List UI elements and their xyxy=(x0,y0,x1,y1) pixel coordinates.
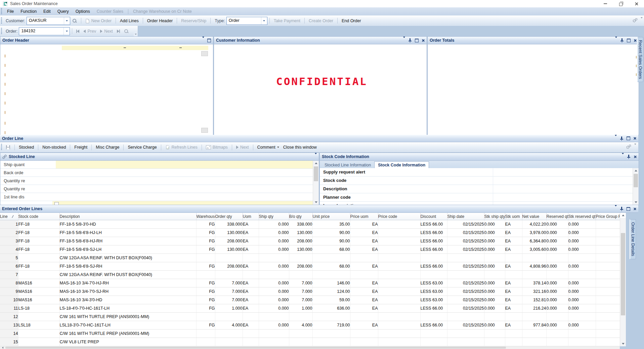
scroll-up-icon[interactable] xyxy=(635,170,637,171)
column-header-order-qty[interactable]: Order qty xyxy=(215,213,243,220)
scroll-left-icon[interactable] xyxy=(2,347,3,349)
chevron-down-icon[interactable] xyxy=(622,154,624,159)
menu-item[interactable]: Function xyxy=(17,9,40,14)
column-header-ship-qty[interactable]: Ship qty xyxy=(259,213,289,220)
column-header-uom[interactable]: Uom xyxy=(243,213,259,220)
customize-gears-icon[interactable] xyxy=(632,18,638,24)
non-stocked-button[interactable]: Non-stocked xyxy=(40,145,68,150)
grid-horizontal-scrollbar[interactable] xyxy=(0,346,620,349)
comment-button[interactable]: Comment xyxy=(255,145,281,150)
chevron-down-icon[interactable] xyxy=(261,17,267,25)
scroll-down-icon[interactable] xyxy=(622,343,625,345)
new-order-button[interactable]: New Order xyxy=(83,18,114,23)
chevron-down-icon[interactable] xyxy=(63,28,70,35)
customize-gears-icon[interactable] xyxy=(626,144,632,150)
scroll-down-icon[interactable] xyxy=(635,201,637,203)
tab-order-line-details[interactable]: Order Line Details xyxy=(630,219,636,259)
field-value-input[interactable] xyxy=(56,169,319,177)
refresh-lines-button[interactable]: Refresh Lines xyxy=(163,145,200,150)
table-row[interactable]: 15 C/W VL8 LITE PREP xyxy=(0,338,620,346)
maximize-icon[interactable] xyxy=(207,39,211,42)
field-value-input[interactable] xyxy=(56,177,319,185)
table-row[interactable]: 12 C/W 161 WITH TURTLE PREP (ANSI0001-MM… xyxy=(0,313,620,321)
column-header-warehouse[interactable]: Warehouse xyxy=(196,213,215,220)
scrollbar-thumb[interactable] xyxy=(621,233,625,315)
take-payment-button[interactable]: Take Payment xyxy=(272,18,302,23)
stocked-button[interactable]: Stocked xyxy=(17,145,36,150)
table-row[interactable]: 9 MAS16 MAS-16-10 3/4-7'0-SJ-RH FG 7.000… xyxy=(0,287,620,296)
grid-vertical-scrollbar[interactable] xyxy=(620,213,626,346)
bitmaps-button[interactable]: Bitmaps xyxy=(204,145,230,150)
column-header-price-uom[interactable]: Price uom xyxy=(350,213,378,220)
chevron-down-icon[interactable] xyxy=(615,38,617,43)
table-row[interactable]: 2 FF-18 FF-18-5 5/8-6'8-HJ-LH FG 130.000… xyxy=(0,229,620,237)
column-header-line[interactable]: Line xyxy=(0,213,18,220)
close-icon[interactable] xyxy=(634,155,637,158)
maximize-icon[interactable] xyxy=(627,39,631,42)
next-order-button[interactable]: Next xyxy=(98,29,115,34)
table-row[interactable]: 1 FF-18 FF-18-5 5/8-3'0-HD FG 338.000 EA… xyxy=(0,220,620,229)
scroll-up-icon[interactable] xyxy=(622,215,625,216)
type-combobox[interactable]: Order xyxy=(226,17,267,25)
chevron-down-icon[interactable] xyxy=(615,206,617,211)
pin-icon[interactable] xyxy=(620,206,624,211)
column-header-discount[interactable]: Discount xyxy=(420,213,447,220)
toolbar-overflow-icon[interactable] xyxy=(134,32,138,36)
table-row[interactable]: 14 C/W 161 WITH TURTLE PREP (ANSI0001-MM… xyxy=(0,329,620,338)
field-value[interactable] xyxy=(493,177,639,185)
maximize-icon[interactable] xyxy=(627,137,630,140)
menu-item[interactable]: Options xyxy=(72,9,93,14)
field-value-input[interactable] xyxy=(56,161,319,168)
restore-icon[interactable] xyxy=(613,0,629,7)
column-header-price-group[interactable]: Price Group R xyxy=(596,213,620,220)
table-row[interactable]: 6 FF-18 FF-18-5 5/8-6'8-SJ-RH FG 208.000… xyxy=(0,262,620,271)
menu-item[interactable]: Query xyxy=(54,9,72,14)
order-combobox[interactable]: 184192 xyxy=(19,27,70,35)
chevron-down-icon[interactable] xyxy=(615,136,617,141)
add-lines-button[interactable]: Add Lines xyxy=(118,18,141,23)
prev-order-button[interactable]: Prev xyxy=(81,29,98,34)
column-header-ship-date[interactable]: Ship date xyxy=(447,213,484,220)
field-value[interactable] xyxy=(493,202,639,205)
table-row[interactable]: 7 C/W 12GA ASA REINF. WITH DUST BOX(F004… xyxy=(0,271,620,279)
table-row[interactable]: 13 LSL18 LSL18-3'0-7'0-HC-161T-LH FG 4.0… xyxy=(0,321,620,329)
field-value-input[interactable] xyxy=(56,193,319,201)
pin-icon[interactable] xyxy=(627,154,631,159)
column-header-price-code[interactable]: Price code xyxy=(378,213,420,220)
toolbar-overflow-icon[interactable] xyxy=(634,145,636,150)
last-order-button[interactable] xyxy=(115,30,122,33)
menu-item[interactable]: Counter Sales xyxy=(93,9,127,14)
chevron-down-icon[interactable] xyxy=(403,38,405,43)
close-this-window-button[interactable]: Close this window xyxy=(281,145,319,150)
stocked-line-scrollbar[interactable] xyxy=(313,161,319,205)
order-search-button[interactable] xyxy=(122,29,131,34)
tab-recent-sales-orders[interactable]: Recent Sales Orders xyxy=(637,37,643,82)
scrollbar-thumb[interactable] xyxy=(5,347,506,349)
first-order-button[interactable] xyxy=(74,30,81,33)
reserve-ship-button[interactable]: Reserve/Ship xyxy=(179,18,208,23)
stock-code-scrollbar[interactable] xyxy=(633,168,639,205)
column-header-stk-ship-qty[interactable]: Stk ship qty xyxy=(484,213,505,220)
maximize-icon[interactable] xyxy=(627,207,630,211)
column-header-stk-uom[interactable]: Stk uom xyxy=(505,213,522,220)
column-header-unit-price[interactable]: Unit price xyxy=(312,213,350,220)
column-header-bo-qty[interactable]: B/o qty xyxy=(289,213,312,220)
column-header-net-value[interactable]: Net value xyxy=(522,213,546,220)
tab-stocked-line-information[interactable]: Stocked Line Information xyxy=(321,162,374,168)
column-header-reserved-qty[interactable]: Reserved qty xyxy=(546,213,568,220)
customer-search-button[interactable] xyxy=(70,18,79,23)
menu-item-change-warehouse[interactable]: Change Warehouse on Cr Note xyxy=(130,9,195,14)
scroll-down-icon[interactable] xyxy=(315,201,317,203)
close-icon[interactable] xyxy=(633,137,636,140)
table-row[interactable]: 5 C/W 12GA ASA REINF. WITH DUST BOX(F004… xyxy=(0,254,620,262)
field-value[interactable] xyxy=(493,193,639,201)
customer-combobox[interactable]: OAKSUR xyxy=(27,17,70,25)
close-icon[interactable] xyxy=(422,39,425,42)
close-icon[interactable] xyxy=(634,39,637,42)
scroll-up-icon[interactable] xyxy=(315,162,317,164)
menu-item[interactable]: Edit xyxy=(40,9,54,14)
table-row[interactable]: 4 FF-18 FF-18-5 5/8-6'8-SJ-LH FG 130.000… xyxy=(0,245,620,254)
freight-button[interactable]: Freight xyxy=(72,145,89,150)
column-header-description[interactable]: Description xyxy=(59,213,196,220)
table-row[interactable]: 11 LS-18 LS-18-4'0-7'0-HC-161T-LH FG 1.0… xyxy=(0,304,620,313)
